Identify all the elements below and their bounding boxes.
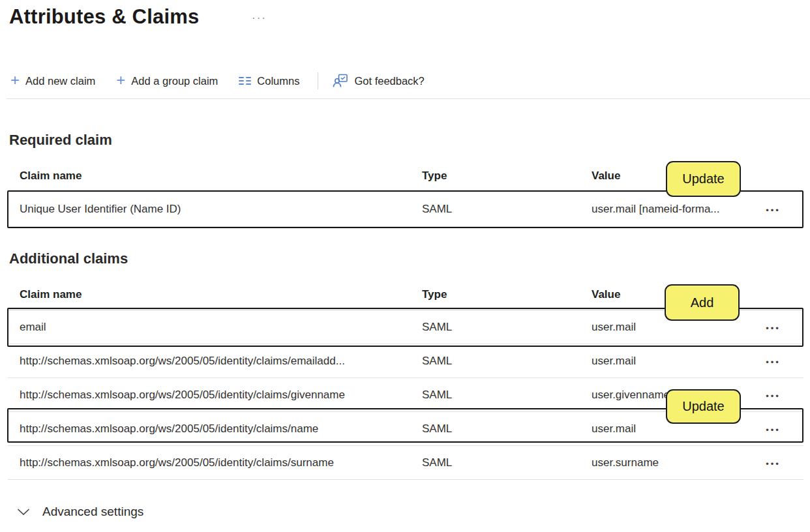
claim-type-cell: SAML bbox=[422, 321, 592, 334]
annotation-update-required: Update bbox=[666, 161, 741, 197]
claim-name-cell[interactable]: email bbox=[8, 321, 422, 334]
column-header-type[interactable]: Type bbox=[422, 170, 592, 183]
row-context-menu-button[interactable]: ••• bbox=[755, 423, 792, 434]
required-claim-heading: Required claim bbox=[9, 132, 112, 149]
claim-name-cell[interactable]: http://schemas.xmlsoap.org/ws/2005/05/id… bbox=[8, 389, 422, 402]
claim-name-cell[interactable]: http://schemas.xmlsoap.org/ws/2005/05/id… bbox=[8, 355, 422, 368]
chevron-down-icon bbox=[17, 508, 30, 516]
advanced-settings-toggle[interactable]: Advanced settings bbox=[17, 505, 143, 519]
claim-type-cell: SAML bbox=[422, 422, 592, 436]
row-context-menu-button[interactable]: ••• bbox=[755, 321, 792, 332]
feedback-person-icon bbox=[333, 74, 348, 88]
add-group-claim-label: Add a group claim bbox=[131, 75, 218, 87]
columns-button[interactable]: Columns bbox=[237, 72, 301, 90]
row-context-menu-button[interactable]: ••• bbox=[755, 457, 792, 468]
claim-type-cell: SAML bbox=[422, 389, 592, 402]
add-group-claim-button[interactable]: + Add a group claim bbox=[115, 72, 219, 90]
columns-label: Columns bbox=[257, 75, 299, 87]
claim-type-cell: SAML bbox=[422, 203, 592, 216]
row-context-menu-button[interactable]: ••• bbox=[755, 203, 792, 214]
claim-name-cell[interactable]: http://schemas.xmlsoap.org/ws/2005/05/id… bbox=[8, 422, 422, 436]
add-new-claim-label: Add new claim bbox=[25, 75, 95, 87]
row-context-menu-button[interactable]: ••• bbox=[755, 355, 792, 366]
annotation-update-name: Update bbox=[666, 389, 741, 424]
plus-icon: + bbox=[116, 74, 125, 87]
plus-icon: + bbox=[10, 74, 20, 87]
got-feedback-button[interactable]: Got feedback? bbox=[331, 71, 425, 91]
table-row[interactable]: Unique User Identifier (Name ID) SAML us… bbox=[8, 192, 803, 227]
command-bar: + Add new claim + Add a group claim Colu… bbox=[9, 68, 426, 94]
claim-value-cell: user.mail bbox=[592, 321, 755, 334]
add-new-claim-button[interactable]: + Add new claim bbox=[9, 72, 97, 90]
claim-value-cell: user.mail bbox=[592, 355, 755, 368]
toolbar-separator bbox=[7, 98, 810, 99]
claim-type-cell: SAML bbox=[422, 355, 592, 368]
claim-type-cell: SAML bbox=[422, 456, 592, 469]
row-context-menu-button[interactable]: ••• bbox=[755, 389, 792, 400]
table-row[interactable]: http://schemas.xmlsoap.org/ws/2005/05/id… bbox=[8, 344, 803, 378]
required-claims-rows: Unique User Identifier (Name ID) SAML us… bbox=[8, 192, 803, 227]
claim-value-cell: user.surname bbox=[592, 456, 755, 469]
claim-value-cell: user.mail [nameid-forma... bbox=[592, 203, 755, 216]
additional-claims-heading: Additional claims bbox=[9, 250, 128, 267]
columns-icon bbox=[239, 77, 251, 85]
claim-name-cell[interactable]: Unique User Identifier (Name ID) bbox=[8, 203, 422, 216]
page-title: Attributes & Claims bbox=[9, 5, 199, 29]
more-options-icon[interactable]: ··· bbox=[252, 12, 267, 25]
got-feedback-label: Got feedback? bbox=[354, 75, 424, 87]
column-header-type[interactable]: Type bbox=[422, 288, 592, 301]
annotation-add-email: Add bbox=[665, 284, 740, 321]
toolbar-divider bbox=[318, 72, 318, 89]
claim-name-cell[interactable]: http://schemas.xmlsoap.org/ws/2005/05/id… bbox=[8, 456, 422, 469]
column-header-claim-name[interactable]: Claim name bbox=[8, 288, 422, 301]
column-header-claim-name[interactable]: Claim name bbox=[8, 170, 422, 183]
advanced-settings-label: Advanced settings bbox=[42, 505, 143, 519]
table-row[interactable]: http://schemas.xmlsoap.org/ws/2005/05/id… bbox=[8, 446, 803, 480]
claim-value-cell: user.mail bbox=[592, 422, 755, 436]
attributes-claims-page: Attributes & Claims ··· + Add new claim … bbox=[0, 0, 810, 532]
